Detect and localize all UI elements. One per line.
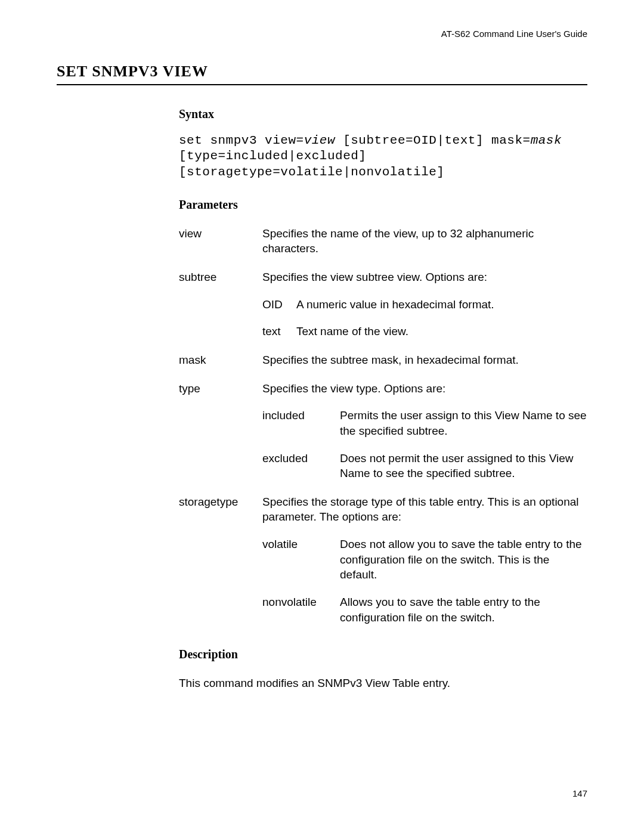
sub-option-desc: Does not permit the user assigned to thi… <box>340 451 587 481</box>
sub-option-name: excluded <box>262 451 340 466</box>
sub-option-row: OID A numeric value in hexadecimal forma… <box>262 297 587 312</box>
document-page: AT-S62 Command Line User's Guide SET SNM… <box>0 0 644 833</box>
param-desc: Specifies the subtree mask, in hexadecim… <box>262 352 587 368</box>
param-desc: Specifies the view subtree view. Options… <box>262 270 587 352</box>
syntax-text: set snmpv3 view= <box>179 134 304 147</box>
param-desc: Specifies the storage type of this table… <box>262 494 587 638</box>
description-heading: Description <box>179 646 587 662</box>
sub-option-name: OID <box>262 297 296 312</box>
param-row-type: type Specifies the view type. Options ar… <box>179 381 587 494</box>
parameters-list: view Specifies the name of the view, up … <box>179 226 587 639</box>
description-text: This command modifies an SNMPv3 View Tab… <box>179 676 587 691</box>
param-row-subtree: subtree Specifies the view subtree view.… <box>179 270 587 352</box>
sub-option-desc: A numeric value in hexadecimal format. <box>296 297 587 312</box>
param-name: subtree <box>179 270 262 285</box>
sub-option-desc: Allows you to save the table entry to th… <box>340 594 587 625</box>
param-desc-text: Specifies the view subtree view. Options… <box>262 270 587 285</box>
parameters-heading: Parameters <box>179 197 587 213</box>
param-desc-text: Specifies the storage type of this table… <box>262 494 587 525</box>
param-name: type <box>179 381 262 397</box>
syntax-heading: Syntax <box>179 106 587 122</box>
header-guide-name: AT-S62 Command Line User's Guide <box>57 29 587 39</box>
body-content: Syntax set snmpv3 view=view [subtree=OID… <box>179 106 587 691</box>
sub-option-name: nonvolatile <box>262 594 340 610</box>
param-row-storagetype: storagetype Specifies the storage type o… <box>179 494 587 638</box>
param-name: storagetype <box>179 494 262 510</box>
section-title: SET SNMPV3 VIEW <box>57 63 587 85</box>
param-desc-text: Specifies the view type. Options are: <box>262 381 587 397</box>
syntax-var: view <box>304 134 335 147</box>
param-desc: Specifies the name of the view, up to 32… <box>262 226 587 256</box>
page-number: 147 <box>572 788 587 798</box>
syntax-var: mask <box>531 134 562 147</box>
sub-option-desc: Does not allow you to save the table ent… <box>340 537 587 583</box>
syntax-block: set snmpv3 view=view [subtree=OID|text] … <box>179 133 587 180</box>
syntax-line-2: [type=included|excluded] <box>179 148 587 164</box>
param-desc: Specifies the view type. Options are: in… <box>262 381 587 494</box>
param-row-view: view Specifies the name of the view, up … <box>179 226 587 256</box>
param-row-mask: mask Specifies the subtree mask, in hexa… <box>179 352 587 368</box>
sub-option-name: volatile <box>262 537 340 552</box>
sub-option-row: volatile Does not allow you to save the … <box>262 537 587 583</box>
sub-option-row: excluded Does not permit the user assign… <box>262 451 587 481</box>
param-name: mask <box>179 352 262 368</box>
sub-option-desc: Text name of the view. <box>296 324 587 339</box>
sub-option-row: nonvolatile Allows you to save the table… <box>262 594 587 625</box>
syntax-text: [subtree=OID|text] mask= <box>335 134 531 147</box>
sub-option-name: included <box>262 408 340 423</box>
sub-option-name: text <box>262 324 296 339</box>
sub-option-row: included Permits the user assign to this… <box>262 408 587 438</box>
syntax-line-3: [storagetype=volatile|nonvolatile] <box>179 165 587 180</box>
sub-option-row: text Text name of the view. <box>262 324 587 339</box>
syntax-line-1: set snmpv3 view=view [subtree=OID|text] … <box>179 133 587 148</box>
param-name: view <box>179 226 262 241</box>
sub-option-desc: Permits the user assign to this View Nam… <box>340 408 587 438</box>
